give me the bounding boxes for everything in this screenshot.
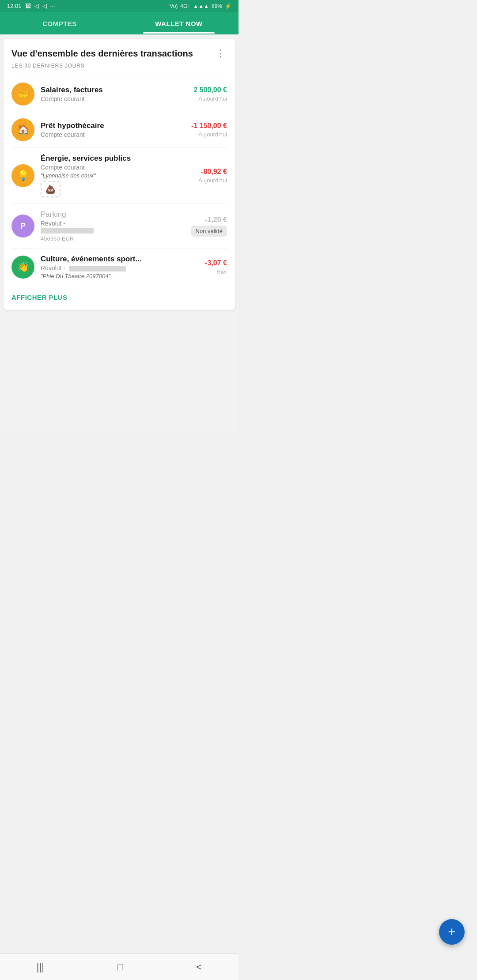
tx-body-culture: Culture, événements sport... Revolut - "… bbox=[41, 255, 199, 279]
tx-name-salaires: Salaires, factures bbox=[41, 86, 187, 94]
tx-body-pret: Prêt hypothécaire Compte courant bbox=[41, 121, 185, 138]
card-header: Vue d'ensemble des dernières transaction… bbox=[11, 48, 227, 59]
tx-amount-parking: -1,20 € bbox=[191, 216, 227, 224]
tx-amount-salaires: 2 500,00 € bbox=[193, 86, 227, 94]
tx-note-culture: "Phie Du Theatre 2097004" bbox=[41, 273, 199, 279]
status-nav2-icon: ◁ bbox=[42, 3, 47, 9]
status-bar: 12:01 🖼 ◁ ◁ ··· Vo) 4G+ ▲▲▲ 89% ⚡ bbox=[0, 0, 238, 12]
tx-date-energie: Aujourd'hui bbox=[198, 177, 227, 184]
status-right: Vo) 4G+ ▲▲▲ 89% ⚡ bbox=[170, 3, 231, 9]
status-time: 12:01 bbox=[7, 3, 22, 9]
tx-right-culture: -3,07 € Hier bbox=[205, 259, 227, 275]
status-battery: 89% bbox=[212, 3, 222, 9]
status-signal-icon: ▲▲▲ bbox=[193, 3, 209, 9]
more-options-icon[interactable]: ⋮ bbox=[214, 48, 227, 59]
card-title: Vue d'ensemble des dernières transaction… bbox=[11, 48, 214, 59]
tx-amount-energie: -80,92 € bbox=[198, 168, 227, 176]
transaction-row[interactable]: 💡 Énergie, services publics Compte coura… bbox=[11, 147, 227, 204]
tx-right-parking: -1,20 € Non validé bbox=[191, 216, 227, 237]
tx-name-culture: Culture, événements sport... bbox=[41, 255, 199, 264]
tx-name-pret: Prêt hypothécaire bbox=[41, 121, 185, 130]
main-content: Vue d'ensemble des dernières transaction… bbox=[0, 34, 238, 432]
status-photo-icon: 🖼 bbox=[25, 3, 31, 9]
tx-body-energie: Énergie, services publics Compte courant… bbox=[41, 154, 192, 197]
tx-emoji-energie: 💩 bbox=[41, 181, 61, 197]
tx-icon-culture: 👋 bbox=[11, 256, 34, 279]
tx-sub-energie: Compte courant bbox=[41, 164, 192, 171]
tx-right-pret: -1 150,00 € Aujourd'hui bbox=[191, 122, 227, 138]
tx-icon-pret: 🏠 bbox=[11, 118, 34, 141]
tx-icon-parking: P bbox=[11, 215, 34, 237]
period-label: LES 30 DERNIERS JOURS bbox=[11, 63, 227, 69]
tx-right-energie: -80,92 € Aujourd'hui bbox=[198, 168, 227, 184]
transaction-row[interactable]: 🏠 Prêt hypothécaire Compte courant -1 15… bbox=[11, 112, 227, 147]
tx-date-culture: Hier bbox=[205, 268, 227, 275]
tx-amount-culture: -3,07 € bbox=[205, 259, 227, 267]
tab-wallet[interactable]: WALLET NOW bbox=[119, 12, 238, 34]
tab-bar: COMPTES WALLET NOW bbox=[0, 12, 238, 34]
tx-right-salaires: 2 500,00 € Aujourd'hui bbox=[193, 86, 227, 102]
status-more-icon: ··· bbox=[50, 3, 55, 9]
tx-sub-parking: Revolut - 456960-EUR bbox=[41, 220, 185, 242]
tx-sub-salaires: Compte courant bbox=[41, 95, 187, 102]
tx-date-pret: Aujourd'hui bbox=[191, 131, 227, 138]
tx-icon-energie: 💡 bbox=[11, 164, 34, 187]
non-valide-badge: Non validé bbox=[191, 226, 227, 237]
status-nav-icon: ◁ bbox=[34, 3, 39, 9]
status-battery-icon: ⚡ bbox=[225, 3, 231, 9]
status-volte-icon: Vo) bbox=[170, 3, 178, 9]
show-more-button[interactable]: AFFICHER PLUS bbox=[11, 286, 68, 310]
tx-date-salaires: Aujourd'hui bbox=[193, 95, 227, 102]
tx-name-energie: Énergie, services publics bbox=[41, 154, 192, 163]
tx-body-salaires: Salaires, factures Compte courant bbox=[41, 86, 187, 102]
tx-amount-pret: -1 150,00 € bbox=[191, 122, 227, 130]
tx-sub-pret: Compte courant bbox=[41, 131, 185, 138]
status-left: 12:01 🖼 ◁ ◁ ··· bbox=[7, 3, 55, 9]
transaction-row[interactable]: 🤲 Salaires, factures Compte courant 2 50… bbox=[11, 76, 227, 112]
transaction-row[interactable]: 👋 Culture, événements sport... Revolut -… bbox=[11, 248, 227, 286]
tx-note-energie: "Lyonnaise des eaux" bbox=[41, 172, 192, 179]
tab-comptes[interactable]: COMPTES bbox=[0, 12, 119, 34]
transaction-row[interactable]: P Parking Revolut - 456960-EUR -1,20 € N… bbox=[11, 204, 227, 248]
tx-icon-salaires: 🤲 bbox=[11, 83, 34, 106]
tx-name-parking: Parking bbox=[41, 210, 185, 219]
status-4g-icon: 4G+ bbox=[180, 3, 190, 9]
tx-body-parking: Parking Revolut - 456960-EUR bbox=[41, 210, 185, 242]
transactions-card: Vue d'ensemble des dernières transaction… bbox=[4, 39, 235, 310]
tx-sub-culture: Revolut - bbox=[41, 264, 199, 271]
